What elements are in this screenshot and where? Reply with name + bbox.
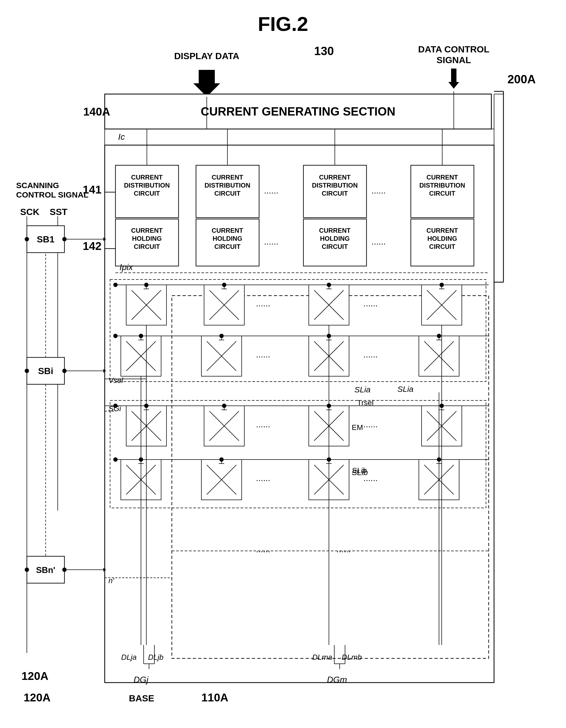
svg-line-99: [207, 341, 236, 371]
pixel-1-1b: [121, 336, 161, 376]
svg-marker-66: [103, 568, 106, 572]
svg-rect-109: [419, 336, 459, 376]
label-ipix: Ipix: [120, 262, 133, 272]
svg-rect-92: [121, 336, 161, 376]
svg-text:CURRENT: CURRENT: [426, 227, 458, 234]
svg-line-104: [314, 341, 344, 371]
svg-line-77: [210, 290, 239, 320]
svg-point-213: [113, 334, 118, 338]
svg-point-171: [327, 283, 331, 287]
data-control-label2: SIGNAL: [437, 55, 471, 65]
pixel-3-ib: [309, 460, 349, 500]
svg-text:......: ......: [264, 186, 278, 195]
svg-point-179: [327, 404, 331, 408]
svg-text:CURRENT: CURRENT: [212, 227, 243, 234]
brace-200A: [494, 91, 503, 282]
svg-text:CURRENT: CURRENT: [319, 227, 351, 234]
svg-text:DISTRIBUTION: DISTRIBUTION: [312, 182, 358, 189]
hold-circuit-box-2: [196, 219, 259, 266]
svg-point-182: [219, 457, 224, 462]
svg-line-135: [427, 411, 456, 441]
rowi-panel: [110, 400, 486, 508]
pixel-3-1: [309, 285, 349, 325]
svg-line-122: [210, 411, 239, 441]
data-control-arrow: [448, 69, 459, 89]
svg-text:SGi: SGi: [109, 404, 121, 413]
svg-line-136: [427, 411, 456, 441]
svg-text:SST: SST: [50, 207, 67, 217]
svg-point-212: [113, 283, 118, 287]
svg-text:CIRCUIT: CIRCUIT: [429, 243, 455, 250]
sbi-box: [27, 357, 64, 384]
pixel-4-ia: [421, 406, 462, 446]
pixel-4-1: [421, 285, 462, 325]
label-ic: Ic: [118, 132, 125, 142]
svg-text:CONTROL SIGNAL: CONTROL SIGNAL: [16, 190, 88, 199]
row1-panel: [110, 279, 486, 382]
svg-text:......: ......: [363, 419, 377, 429]
pixel-2-1b: [201, 336, 242, 376]
display-data-label: DISPLAY DATA: [174, 51, 239, 61]
fig-title: FIG.2: [258, 13, 308, 35]
svg-text:SCANNING: SCANNING: [16, 181, 59, 190]
svg-line-153: [314, 465, 344, 494]
svg-text:Vsel: Vsel: [109, 376, 123, 385]
svg-line-159: [424, 465, 454, 494]
svg-text:SBi: SBi: [38, 366, 53, 376]
svg-rect-144: [201, 460, 242, 500]
svg-line-71: [132, 290, 161, 320]
svg-text:DISTRIBUTION: DISTRIBUTION: [419, 182, 465, 189]
svg-rect-134: [421, 406, 462, 446]
svg-text:HOLDING: HOLDING: [427, 235, 457, 242]
ref-142: 142: [83, 240, 102, 252]
dist-circuit-box-3: [303, 165, 366, 218]
svg-text:......: ......: [256, 419, 270, 429]
svg-line-98: [207, 341, 236, 371]
svg-rect-87: [421, 285, 462, 325]
svg-line-129: [314, 411, 344, 441]
svg-text:......: ......: [256, 544, 270, 554]
svg-point-58: [62, 568, 67, 572]
svg-text:DLma: DLma: [312, 653, 332, 661]
svg-line-146: [207, 465, 236, 494]
svg-point-173: [139, 334, 143, 338]
svg-line-141: [126, 465, 156, 494]
svg-text:CURRENT: CURRENT: [131, 227, 163, 234]
svg-point-214: [113, 404, 118, 408]
hold-circuit-box-1: [116, 219, 179, 266]
svg-point-169: [144, 283, 149, 287]
svg-text:HOLDING: HOLDING: [132, 235, 162, 242]
diagram-svg: FIG.2 DISPLAY DATA DATA CONTROL SIGNAL 1…: [0, 0, 566, 728]
svg-text:CIRCUIT: CIRCUIT: [214, 190, 241, 197]
svg-text:CIRCUIT: CIRCUIT: [134, 190, 160, 197]
svg-line-111: [424, 341, 454, 371]
svg-text:SCK: SCK: [20, 207, 39, 217]
svg-point-172: [439, 283, 444, 287]
svg-text:......: ......: [363, 299, 377, 308]
pixel-2-ib: [201, 460, 242, 500]
svg-text:BASE: BASE: [129, 693, 154, 703]
main-panel: [105, 145, 494, 683]
svg-line-83: [314, 290, 344, 320]
svg-point-178: [222, 404, 226, 408]
current-gen-box: [105, 94, 491, 129]
svg-text:DLja: DLja: [121, 653, 137, 661]
pixel-1-1: [126, 285, 167, 325]
svg-rect-151: [309, 460, 349, 500]
svg-text:CURRENT: CURRENT: [131, 174, 163, 181]
data-control-label1: DATA CONTROL: [418, 44, 489, 54]
hold-circuit-box-3: [303, 219, 366, 266]
pixel-1-ib: [121, 460, 161, 500]
svg-text:CIRCUIT: CIRCUIT: [322, 243, 348, 250]
svg-text:DGj: DGj: [134, 675, 149, 684]
svg-text:SB1: SB1: [37, 234, 55, 244]
page-container: FIG.2 DISPLAY DATA DATA CONTROL SIGNAL 1…: [0, 0, 566, 728]
svg-text:SLia: SLia: [397, 385, 413, 393]
dist-circuit-box-1: [116, 165, 179, 218]
svg-text:EM: EM: [352, 423, 363, 432]
svg-text:......: ......: [371, 237, 385, 246]
svg-line-140: [126, 465, 156, 494]
svg-rect-120: [204, 406, 244, 446]
svg-line-128: [314, 411, 344, 441]
svg-text:SLia: SLia: [354, 385, 370, 394]
